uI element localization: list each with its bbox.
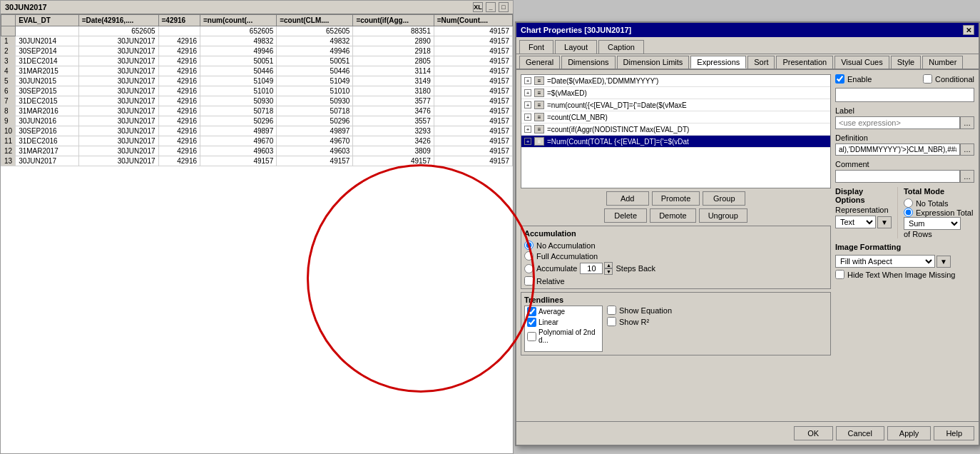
table-cell: 2805 [353,56,434,66]
definition-input[interactable] [835,143,960,156]
expr-item-1[interactable]: + ≡ =$(vMaxED) [521,87,830,99]
apply-button[interactable]: Apply [887,426,931,440]
comment-input[interactable] [835,170,960,183]
tab-dimensions[interactable]: Dimensions [561,56,615,69]
cancel-button[interactable]: Cancel [836,426,884,440]
hide-text-row[interactable]: Hide Text When Image Missing [835,270,974,279]
comment-group: Comment … [835,160,974,183]
avg-label: Average [539,308,565,316]
table-cell: 31DEC2015 [16,96,79,106]
sum-select[interactable]: Sum Average Min Max [904,217,961,230]
trendlines-list[interactable]: Average Linear Polynomial of 2nd d... [524,306,603,352]
delete-button[interactable]: Delete [604,208,647,223]
steps-down[interactable]: ▼ [604,268,613,275]
tab-caption[interactable]: Caption [598,40,644,54]
trendline-linear[interactable]: Linear [525,317,602,328]
img-format-btn[interactable]: ▼ [936,256,951,268]
label-input[interactable] [835,116,960,129]
ungroup-button[interactable]: Ungroup [699,208,747,223]
expression-total-radio[interactable]: Expression Total [904,208,974,217]
tab-visual-cues[interactable]: Visual Cues [834,56,889,69]
table-row: 331DEC201430JUN2017429165005150051280549… [1,56,513,66]
accum-input[interactable] [524,264,534,273]
table-cell: 3476 [353,106,434,116]
tab-expressions[interactable]: Expressions [690,56,746,69]
expr-item-3[interactable]: + ≡ =count(CLM_NBR) [521,111,830,123]
maximize-button[interactable]: □ [499,2,509,12]
linear-check[interactable] [527,318,536,327]
table-cell: 49157 [277,156,353,166]
expand-5[interactable]: + [524,138,531,145]
tab-font[interactable]: Font [519,40,553,54]
table-cell: 50930 [200,96,277,106]
trendline-polynomial[interactable]: Polynomial of 2nd d... [525,328,602,345]
tab-style[interactable]: Style [891,56,921,69]
representation-btn[interactable]: ▼ [877,216,892,228]
enable-checkbox[interactable] [835,74,844,84]
xl-button[interactable]: XL [473,2,483,12]
show-r2-label: Show R² [619,318,649,326]
img-format-select[interactable]: Fill with Aspect Fill Fit Stretch [835,255,935,268]
promote-button[interactable]: Promote [652,191,700,206]
minimize-button[interactable]: _ [486,2,496,12]
group-button[interactable]: Group [703,191,745,206]
help-button[interactable]: Help [934,426,974,440]
row-number: 2 [1,46,16,56]
expr-item-0[interactable]: + ≡ =Date($(vMaxED),'DDMMMYYYY') [521,75,830,87]
steps-input[interactable] [580,263,603,274]
avg-check[interactable] [527,307,536,316]
expand-0[interactable]: + [524,77,531,84]
show-r2-check[interactable] [607,317,616,326]
hide-text-checkbox[interactable] [835,270,844,279]
conditional-input[interactable] [835,88,974,102]
representation-select[interactable]: Text Bar Image [835,216,876,228]
steps-up[interactable]: ▲ [604,262,613,268]
relative-checkbox[interactable] [524,276,534,286]
table-row: 431MAR201530JUN2017429165044650446311449… [1,66,513,76]
tab-layout[interactable]: Layout [555,40,597,54]
close-button[interactable]: ✕ [963,25,974,35]
row-number: 3 [1,56,16,66]
accumulate-radio[interactable]: Accumulate ▲ ▼ Steps Back [524,262,827,275]
full-accum-input[interactable] [524,251,534,261]
relative-row[interactable]: Relative [524,276,827,286]
full-accumulation-radio[interactable]: Full Accumulation [524,251,827,261]
ok-button[interactable]: OK [794,426,833,440]
definition-btn[interactable]: … [960,143,974,156]
expand-3[interactable]: + [524,113,531,121]
row-header-0 [1,26,16,36]
expr-item-5[interactable]: + ≡ =Num(Count(TOTAL {<[EVAL_DT]={'=$(vD… [521,136,830,148]
tab-general[interactable]: General [519,56,560,69]
poly-check[interactable] [527,332,536,341]
comment-btn[interactable]: … [960,170,974,183]
no-accumulation-radio[interactable]: No Accumulation [524,241,827,250]
tab-dimension-limits[interactable]: Dimension Limits [617,56,690,69]
conditional-checkbox[interactable] [923,74,932,84]
tab-presentation[interactable]: Presentation [776,56,833,69]
label-btn[interactable]: … [960,116,974,129]
no-accum-input[interactable] [524,241,534,250]
table-cell: 42916 [158,36,200,46]
no-accum-label: No Accumulation [536,241,596,250]
col-header-2: =42916 [158,15,200,26]
tab-number[interactable]: Number [922,56,963,69]
show-equation-row[interactable]: Show Equation [607,306,672,315]
show-r2-row[interactable]: Show R² [607,317,672,326]
expressions-list[interactable]: + ≡ =Date($(vMaxED),'DDMMMYYYY') + ≡ =$(… [521,74,831,188]
expr-total-input[interactable] [904,208,913,217]
img-format-row: Fill with Aspect Fill Fit Stretch ▼ [835,255,974,268]
demote-button[interactable]: Demote [650,208,696,223]
steps-stepper[interactable]: ▲ ▼ [580,262,613,275]
no-totals-input[interactable] [904,198,913,208]
expand-4[interactable]: + [524,126,531,133]
show-equation-check[interactable] [607,306,616,315]
trendline-average[interactable]: Average [525,306,602,317]
expr-item-4[interactable]: + ≡ =count(if(Aggr(NODISTINCT Max(EVAL_D… [521,123,830,136]
add-button[interactable]: Add [606,191,649,206]
tab-sort[interactable]: Sort [747,56,775,69]
expand-2[interactable]: + [524,101,531,109]
no-totals-radio[interactable]: No Totals [904,198,974,208]
expr-item-2[interactable]: + ≡ =num(count({<[EVAL_DT]={'=Date($(vMa… [521,99,830,111]
table-cell: 49157 [434,156,512,166]
expand-1[interactable]: + [524,89,531,96]
